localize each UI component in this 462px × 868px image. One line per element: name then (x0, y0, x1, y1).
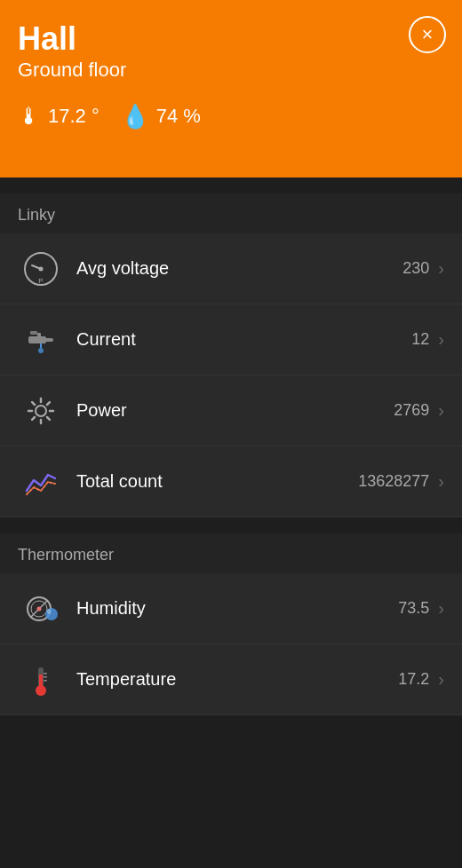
list-item-temperature[interactable]: Temperature17.2› (0, 644, 462, 715)
svg-rect-4 (28, 336, 46, 343)
item-label-current: Current (76, 329, 411, 350)
thermometer-icon (18, 657, 64, 703)
list-item-power[interactable]: Power2769› (0, 375, 462, 446)
svg-line-16 (47, 417, 50, 420)
item-value-temperature: 17.2 (398, 670, 429, 689)
svg-point-24 (47, 609, 51, 614)
item-label-humidity: Humidity (76, 598, 398, 619)
svg-rect-6 (44, 338, 53, 342)
item-label-power: Power (76, 400, 394, 421)
humidity-stat: 💧 74 % (121, 103, 201, 130)
faucet-icon (18, 317, 64, 363)
item-label-total-count: Total count (76, 471, 358, 492)
svg-text:P: P (38, 277, 43, 285)
chart-icon (18, 459, 64, 505)
page-title: Hall (18, 21, 444, 57)
chevron-right-icon: › (438, 400, 444, 421)
svg-point-10 (36, 406, 46, 416)
thermometer-icon: 🌡 (18, 103, 41, 130)
svg-line-18 (32, 417, 35, 420)
close-button[interactable]: × (409, 16, 446, 53)
svg-line-15 (32, 402, 35, 405)
chevron-right-icon: › (438, 669, 444, 690)
section-divider-0 (0, 178, 462, 193)
svg-line-17 (47, 402, 50, 405)
list-item-humidity[interactable]: Humidity73.5› (0, 573, 462, 644)
item-value-current: 12 (411, 330, 429, 349)
hygrometer-icon (18, 586, 64, 632)
svg-rect-27 (39, 675, 43, 690)
chevron-right-icon: › (438, 329, 444, 350)
svg-rect-28 (44, 673, 47, 675)
item-value-avg-voltage: 230 (402, 259, 429, 278)
svg-rect-30 (44, 680, 47, 682)
list-item-current[interactable]: Current12› (0, 304, 462, 375)
list-item-avg-voltage[interactable]: P Avg voltage230› (0, 233, 462, 304)
humidity-value: 74 % (156, 105, 201, 128)
section-header-0: Linky (0, 193, 462, 233)
header-stats: 🌡 17.2 ° 💧 74 % (18, 103, 444, 130)
svg-rect-5 (37, 333, 41, 338)
section-header-1: Thermometer (0, 533, 462, 573)
list-item-total-count[interactable]: Total count13628277› (0, 446, 462, 517)
page-subtitle: Ground floor (18, 59, 444, 82)
item-value-total-count: 13628277 (358, 472, 429, 491)
chevron-right-icon: › (438, 471, 444, 492)
gear-icon (18, 388, 64, 434)
svg-point-23 (45, 608, 58, 620)
svg-rect-9 (30, 331, 37, 335)
droplet-icon: 💧 (121, 103, 149, 130)
svg-point-22 (37, 606, 42, 611)
header: Hall Ground floor × 🌡 17.2 ° 💧 74 % (0, 0, 462, 178)
item-label-temperature: Temperature (76, 669, 398, 690)
svg-rect-29 (44, 676, 47, 678)
temperature-stat: 🌡 17.2 ° (18, 103, 100, 130)
item-value-humidity: 73.5 (398, 599, 429, 618)
item-value-power: 2769 (394, 401, 429, 420)
content-area: Linky P Avg voltage230› Current12› (0, 178, 462, 715)
item-label-avg-voltage: Avg voltage (76, 258, 402, 279)
gauge-icon: P (18, 246, 64, 292)
chevron-right-icon: › (438, 598, 444, 619)
temperature-value: 17.2 ° (48, 105, 100, 128)
section-divider-1 (0, 517, 462, 533)
chevron-right-icon: › (438, 258, 444, 279)
svg-point-7 (38, 348, 44, 353)
